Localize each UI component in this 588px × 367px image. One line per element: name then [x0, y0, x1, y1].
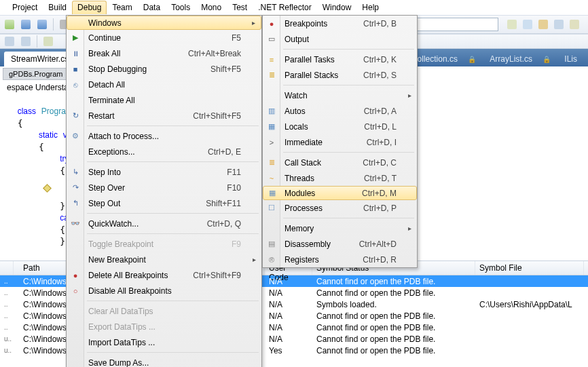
continue-icon: ▶ [70, 33, 81, 43]
solution-config-combo[interactable] [403, 18, 498, 31]
autos-icon: ▥ [266, 106, 277, 117]
menubar-netreflector[interactable]: .NET Reflector [253, 1, 316, 14]
debugmenu-detach-all[interactable]: ⎋Detach All [67, 77, 261, 92]
winmenu-autos[interactable]: ▥AutosCtrl+D, A [263, 103, 417, 119]
call-stack-icon: ≣ [266, 157, 277, 168]
comment-icon[interactable] [41, 35, 55, 48]
lock-icon: 🔒 [468, 56, 476, 63]
debug-menu: Windows▶ContinueF5⏸Break AllCtrl+Alt+Bre… [66, 15, 262, 367]
menubar-team[interactable]: Team [107, 1, 137, 14]
debugmenu-windows[interactable]: Windows [67, 16, 261, 30]
debugmenu-import-datatips[interactable]: Import DataTips ... [67, 334, 261, 350]
indent-icon[interactable] [19, 35, 33, 48]
debug-windows-submenu: ●BreakpointsCtrl+D, B▭Output≡Parallel Ta… [262, 15, 418, 268]
winmenu-call-stack[interactable]: ≣Call StackCtrl+D, C [263, 155, 417, 170]
menubar-project[interactable]: Project [7, 1, 43, 14]
winmenu-processes[interactable]: ☐ProcessesCtrl+D, P [263, 200, 417, 216]
attach-to-process--icon: ⚙ [70, 131, 81, 142]
menubar-window[interactable]: Window [317, 1, 357, 14]
debugmenu-new-breakpoint[interactable]: New Breakpoint [67, 252, 261, 267]
debugmenu-attach-to-process[interactable]: ⚙Attach to Process... [67, 128, 261, 144]
parallel-tasks-icon: ≡ [266, 54, 277, 65]
winmenu-memory[interactable]: Memory [263, 220, 417, 236]
processes-icon: ☐ [266, 203, 277, 214]
tool-icon-1[interactable] [505, 18, 519, 31]
winmenu-watch[interactable]: Watch [263, 88, 417, 103]
class-dropdown[interactable]: gPDBs.Program [3, 68, 69, 80]
winmenu-parallel-tasks[interactable]: ≡Parallel TasksCtrl+D, K [263, 52, 417, 67]
debugmenu-delete-all-breakpoints[interactable]: ●Delete All BreakpointsCtrl+Shift+F9 [67, 267, 261, 283]
save-icon[interactable] [19, 18, 33, 31]
step-out-icon: ↰ [70, 198, 81, 209]
debugmenu-stop-debugging[interactable]: ■Stop DebuggingShift+F5 [67, 61, 261, 77]
col-name[interactable] [0, 261, 14, 275]
delete-all-breakpoints-icon: ● [70, 270, 81, 281]
disable-all-breakpoints-icon: ○ [70, 286, 81, 296]
winmenu-threads[interactable]: ~ThreadsCtrl+D, T [263, 170, 417, 186]
winmenu-disassembly[interactable]: ▤DisassemblyCtrl+Alt+D [263, 236, 417, 252]
new-file-icon[interactable] [3, 18, 16, 31]
disassembly-icon: ▤ [266, 239, 277, 250]
menubar-debug[interactable]: Debug [72, 1, 107, 14]
tool-icon-3[interactable] [536, 18, 550, 31]
debugmenu-step-over[interactable]: ↷Step OverF10 [67, 180, 261, 195]
debugmenu-save-dump-as[interactable]: Save Dump As... [67, 355, 261, 367]
lock-icon: 🔒 [543, 56, 551, 63]
tool-icon-2[interactable] [521, 18, 534, 31]
restart-icon: ↻ [70, 111, 81, 121]
breakpoints-icon: ● [266, 18, 277, 29]
debugmenu-restart[interactable]: ↻RestartCtrl+Shift+F5 [67, 108, 261, 123]
debugmenu-clear-all-datatips: Clear All DataTips [67, 303, 261, 319]
detach-all-icon: ⎋ [70, 79, 81, 90]
debugmenu-export-datatips: Export DataTips ... [67, 319, 261, 334]
winmenu-breakpoints[interactable]: ●BreakpointsCtrl+D, B [263, 16, 417, 31]
menubar: ProjectBuildDebugTeamDataToolsMonoTest.N… [0, 0, 588, 15]
locals-icon: ▦ [266, 121, 277, 132]
menubar-test[interactable]: Test [227, 1, 253, 14]
debugmenu-step-into[interactable]: ↳Step IntoF11 [67, 164, 261, 180]
winmenu-locals[interactable]: ▦LocalsCtrl+D, L [263, 119, 417, 134]
tool-icon-4[interactable] [552, 18, 566, 31]
debugmenu-quickwatch[interactable]: 👓QuickWatch...Ctrl+D, Q [67, 216, 261, 231]
col-symbolfile[interactable]: Symbol File [475, 261, 584, 275]
immediate-icon: > [266, 137, 277, 148]
threads-icon: ~ [266, 173, 277, 184]
menubar-build[interactable]: Build [43, 1, 72, 14]
break-all-icon: ⏸ [70, 48, 81, 59]
winmenu-registers[interactable]: ®RegistersCtrl+D, R [263, 252, 417, 267]
output-icon: ▭ [266, 34, 277, 45]
winmenu-modules[interactable]: ▦ModulesCtrl+D, M [263, 186, 417, 200]
debugmenu-disable-all-breakpoints[interactable]: ○Disable All Breakpoints [67, 283, 261, 298]
parallel-stacks-icon: ≣ [266, 70, 277, 81]
debugmenu-terminate-all[interactable]: Terminate All [67, 92, 261, 108]
outdent-icon[interactable] [3, 35, 16, 48]
debugmenu-continue[interactable]: ▶ContinueF5 [67, 30, 261, 45]
modules-icon: ▦ [267, 188, 278, 199]
tool-icon-5[interactable] [568, 18, 581, 31]
debugmenu-exceptions[interactable]: Exceptions...Ctrl+D, E [67, 144, 261, 159]
winmenu-parallel-stacks[interactable]: ≣Parallel StacksCtrl+D, S [263, 67, 417, 83]
winmenu-output[interactable]: ▭Output [263, 31, 417, 47]
stop-debugging-icon: ■ [70, 64, 81, 75]
menubar-data[interactable]: Data [138, 1, 166, 14]
debugmenu-toggle-breakpoint: Toggle BreakpointF9 [67, 236, 261, 252]
menubar-mono[interactable]: Mono [196, 1, 227, 14]
menubar-tools[interactable]: Tools [166, 1, 196, 14]
quickwatch--icon: 👓 [70, 218, 81, 229]
debugmenu-step-out[interactable]: ↰Step OutShift+F11 [67, 195, 261, 211]
step-into-icon: ↳ [70, 167, 81, 178]
menubar-help[interactable]: Help [356, 1, 384, 14]
step-over-icon: ↷ [70, 182, 81, 193]
registers-icon: ® [266, 254, 277, 265]
debugmenu-break-all[interactable]: ⏸Break AllCtrl+Alt+Break [67, 45, 261, 61]
winmenu-immediate[interactable]: >ImmediateCtrl+D, I [263, 134, 417, 150]
save-all-icon[interactable] [35, 18, 49, 31]
